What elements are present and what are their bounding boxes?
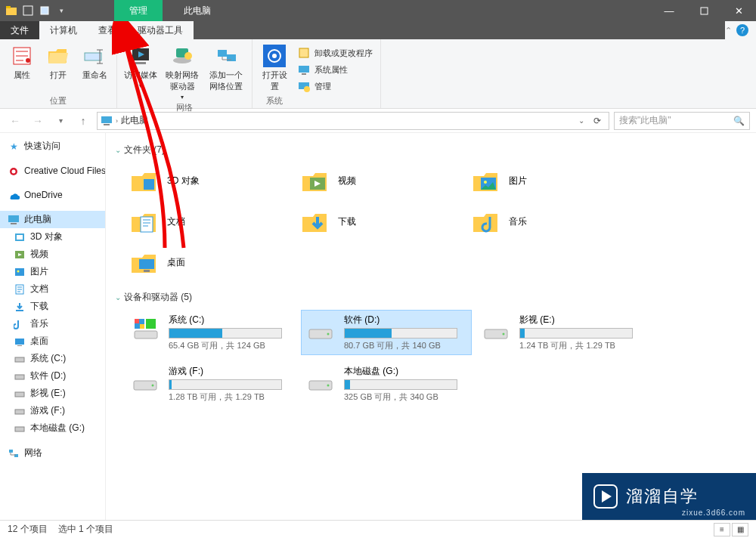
folder-icon — [469, 165, 501, 196]
manage-button[interactable]: 管理 — [295, 79, 376, 94]
sidebar-item[interactable]: 游戏 (F:) — [0, 402, 105, 419]
properties-qat-icon[interactable] — [38, 4, 51, 17]
drive-item[interactable]: 系统 (C:)65.4 GB 可用，共 124 GB — [125, 310, 296, 355]
sidebar-quick-access[interactable]: ★ 快速访问 — [0, 138, 105, 155]
drive-item[interactable]: 软件 (D:)80.7 GB 可用，共 140 GB — [301, 310, 472, 355]
breadcrumb-location[interactable]: 此电脑 — [121, 114, 148, 127]
sidebar-item[interactable]: 软件 (D:) — [0, 367, 105, 385]
rename-button[interactable]: 重命名 — [77, 42, 112, 82]
view-icons-button[interactable]: ▦ — [732, 523, 748, 536]
sidebar-item-icon — [14, 353, 26, 365]
sidebar-item[interactable]: 视频 — [0, 246, 105, 263]
folder-icon — [469, 206, 501, 237]
folder-item[interactable]: 视频 — [296, 162, 463, 199]
svg-rect-37 — [16, 310, 23, 311]
svg-point-65 — [152, 385, 154, 387]
drive-item[interactable]: 本地磁盘 (G:)325 GB 可用，共 340 GB — [301, 361, 472, 407]
nav-forward-button[interactable]: → — [29, 112, 47, 130]
drive-usage-bar — [344, 328, 457, 339]
search-placeholder: 搜索"此电脑" — [619, 114, 671, 127]
svg-point-35 — [17, 270, 20, 272]
folder-item[interactable]: 图片 — [467, 162, 634, 199]
breadcrumb-chevron-icon[interactable]: › — [116, 117, 118, 125]
search-icon[interactable]: 🔍 — [733, 116, 745, 126]
folder-item[interactable]: 桌面 — [125, 244, 292, 280]
svg-rect-57 — [146, 319, 156, 329]
properties-icon — [10, 44, 34, 68]
system-properties-button[interactable]: 系统属性 — [295, 62, 376, 77]
sidebar-item[interactable]: 本地磁盘 (G:) — [0, 419, 105, 437]
nav-up-button[interactable]: ↑ — [74, 112, 92, 130]
open-button[interactable]: 打开 — [41, 42, 76, 82]
sidebar-item[interactable]: 文档 — [0, 280, 105, 298]
ribbon-group-network: 访问媒体 ▾ 映射网络驱动器 ▾ 添加一个网络位置 网络 — [117, 39, 253, 108]
chevron-down-icon: ▾ — [139, 82, 142, 89]
svg-point-51 — [484, 181, 487, 184]
folder-item[interactable]: 下载 — [296, 203, 463, 240]
section-drives[interactable]: ⌄ 设备和驱动器 (5) — [115, 291, 747, 304]
sidebar-onedrive[interactable]: OneDrive — [0, 187, 105, 203]
sidebar-item[interactable]: 下载 — [0, 298, 105, 315]
map-drive-button[interactable]: 映射网络驱动器 ▾ — [161, 42, 203, 102]
sidebar-item[interactable]: 系统 (C:) — [0, 350, 105, 367]
drive-stat: 1.24 TB 可用，共 1.29 TB — [519, 340, 643, 351]
tab-file[interactable]: 文件 — [0, 21, 39, 39]
nav-recent-dropdown[interactable]: ▾ — [51, 112, 70, 130]
sidebar-this-pc[interactable]: 此电脑 — [0, 211, 105, 228]
status-count: 12 个项目 — [8, 523, 48, 536]
open-settings-button[interactable]: 打开设置 — [257, 42, 292, 94]
folder-item[interactable]: 音乐 — [467, 203, 634, 240]
ribbon-collapse-icon[interactable]: ⌃ — [725, 26, 732, 36]
breadcrumb-dropdown-icon[interactable]: ⌄ — [574, 116, 589, 125]
sidebar-item[interactable]: 桌面 — [0, 332, 105, 350]
access-media-button[interactable]: 访问媒体 ▾ — [122, 42, 160, 102]
section-folders[interactable]: ⌄ 文件夹 (7) — [115, 144, 747, 156]
drive-name: 游戏 (F:) — [169, 365, 293, 378]
add-network-location-button[interactable]: 添加一个网络位置 — [205, 42, 247, 102]
uninstall-change-button[interactable]: 卸载或更改程序 — [295, 45, 376, 60]
chevron-down-icon: ▾ — [181, 94, 184, 100]
qat-dropdown-icon[interactable]: ▾ — [54, 4, 68, 17]
folder-item[interactable]: 文档 — [125, 203, 292, 240]
sidebar-item-icon — [14, 405, 26, 417]
view-details-button[interactable]: ≡ — [714, 523, 730, 536]
minimize-button[interactable]: — — [652, 0, 686, 21]
drive-item[interactable]: 游戏 (F:)1.28 TB 可用，共 1.29 TB — [125, 361, 296, 407]
sidebar-network[interactable]: 网络 — [0, 444, 105, 462]
drive-item[interactable]: 影视 (E:)1.24 TB 可用，共 1.29 TB — [476, 310, 647, 355]
tab-view[interactable]: 查看 — [88, 21, 127, 39]
ribbon-group-location: 属性 打开 重命名 位置 — [0, 39, 117, 108]
svg-point-63 — [503, 333, 505, 335]
nav-back-button[interactable]: ← — [6, 112, 24, 130]
refresh-button[interactable]: ⟳ — [589, 116, 606, 126]
drive-icon — [129, 365, 161, 397]
context-tab-manage[interactable]: 管理 — [114, 0, 163, 21]
breadcrumb[interactable]: › 此电脑 ⌄ ⟳ — [97, 112, 609, 130]
this-pc-icon — [101, 115, 113, 127]
search-input[interactable]: 搜索"此电脑" 🔍 — [614, 112, 750, 130]
sidebar-item[interactable]: 图片 — [0, 263, 105, 280]
properties-button[interactable]: 属性 — [5, 42, 39, 82]
settings-icon — [262, 44, 287, 68]
maximize-button[interactable] — [686, 0, 721, 21]
folder-icon[interactable] — [5, 4, 18, 17]
sidebar-item[interactable]: 3D 对象 — [0, 228, 105, 246]
sidebar-creative-cloud[interactable]: Creative Cloud Files — [0, 162, 105, 179]
tab-computer[interactable]: 计算机 — [39, 21, 88, 39]
drive-usage-bar — [344, 379, 457, 390]
manage-icon — [298, 80, 310, 92]
sidebar-item-icon — [14, 301, 26, 313]
help-icon[interactable]: ? — [736, 24, 748, 36]
svg-rect-44 — [15, 427, 24, 431]
close-button[interactable]: ✕ — [721, 0, 756, 21]
sidebar-item[interactable]: 音乐 — [0, 315, 105, 332]
sidebar-item-icon — [14, 283, 26, 295]
svg-point-13 — [184, 52, 192, 60]
status-bar: 12 个项目 选中 1 个项目 ≡ ▦ — [0, 520, 756, 538]
tab-drive-tools[interactable]: 驱动器工具 — [127, 21, 194, 39]
folder-item[interactable]: 3D 对象 — [125, 162, 292, 199]
group-label-network: 网络 — [176, 102, 193, 113]
checkbox-icon[interactable] — [21, 4, 35, 17]
sidebar-item[interactable]: 影视 (E:) — [0, 385, 105, 402]
svg-rect-41 — [15, 375, 24, 379]
